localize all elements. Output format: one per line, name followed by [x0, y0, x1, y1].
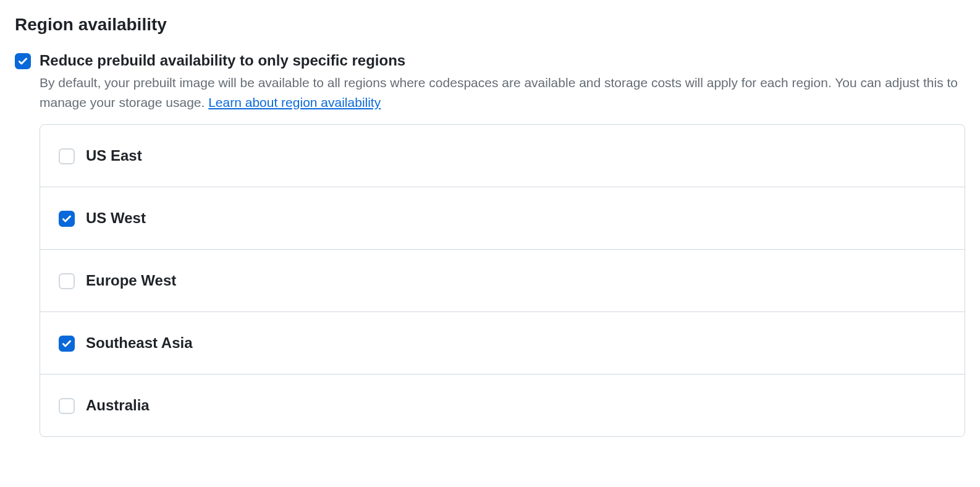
region-label: Europe West	[86, 272, 176, 289]
region-checkbox[interactable]	[59, 398, 75, 414]
reduce-prebuild-option: Reduce prebuild availability to only spe…	[15, 52, 965, 437]
region-item[interactable]: US East	[40, 125, 965, 187]
section-title: Region availability	[15, 15, 965, 35]
region-item[interactable]: Southeast Asia	[40, 312, 965, 375]
region-label: Australia	[86, 397, 150, 414]
checkmark-icon	[61, 338, 72, 349]
region-checkbox[interactable]	[59, 211, 75, 227]
option-content: Reduce prebuild availability to only spe…	[40, 52, 965, 437]
reduce-prebuild-checkbox[interactable]	[15, 53, 31, 69]
region-label: US East	[86, 147, 142, 164]
reduce-prebuild-description: By default, your prebuilt image will be …	[40, 73, 965, 112]
region-label: Southeast Asia	[86, 334, 193, 352]
region-label: US West	[86, 210, 146, 227]
checkmark-icon	[17, 56, 28, 67]
region-checkbox[interactable]	[59, 148, 75, 164]
learn-region-availability-link[interactable]: Learn about region availability	[208, 95, 381, 109]
region-list: US EastUS WestEurope WestSoutheast AsiaA…	[40, 124, 965, 437]
region-item[interactable]: Australia	[40, 375, 965, 436]
region-item[interactable]: Europe West	[40, 250, 965, 312]
checkmark-icon	[61, 213, 72, 224]
region-checkbox[interactable]	[59, 336, 75, 352]
reduce-prebuild-label[interactable]: Reduce prebuild availability to only spe…	[40, 52, 965, 69]
region-item[interactable]: US West	[40, 187, 965, 250]
region-checkbox[interactable]	[59, 273, 75, 289]
description-text: By default, your prebuilt image will be …	[40, 75, 958, 109]
